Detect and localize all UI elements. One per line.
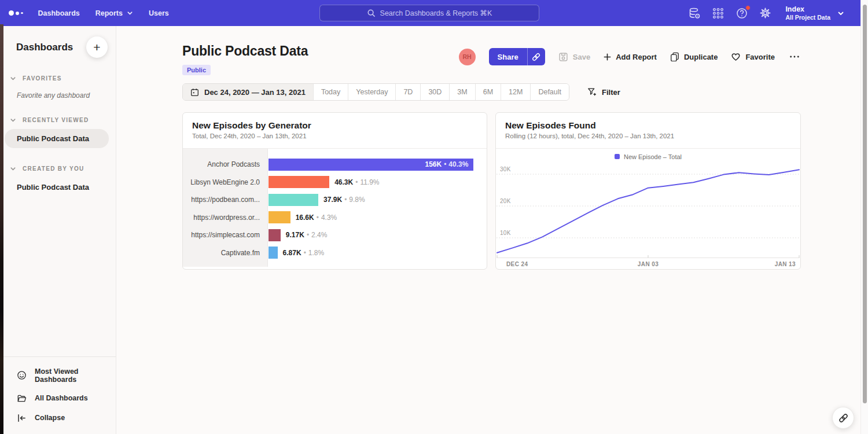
share-link-button[interactable] [527,48,545,65]
favorite-button[interactable]: Favorite [731,52,775,62]
preset-today[interactable]: Today [313,84,348,100]
plus-icon [604,53,611,61]
bar-category-label: https://simplecast.com [183,231,268,239]
notification-dot [745,5,751,10]
preset-3m[interactable]: 3M [449,84,475,100]
preset-30d[interactable]: 30D [420,84,449,100]
nav-link-label: Dashboards [38,9,80,17]
data-sources-icon[interactable] [688,7,701,20]
card-title: New Episodes by Generator [192,120,477,131]
search-input[interactable]: Search Dashboards & Reports ⌘K [319,5,539,21]
bar-track: 37.9K•9.8% [268,194,487,206]
sidebar-item-public-podcast-data[interactable]: Public Podcast Data [5,178,109,197]
bar-segment[interactable] [269,247,278,259]
chevron-down-icon [837,10,844,17]
settings-gear-icon[interactable] [759,7,772,20]
date-toolbar: Dec 24, 2020 — Jan 13, 2021 TodayYesterd… [182,83,801,101]
bar-row: Captivate.fm6.87K•1.8% [183,244,487,262]
public-badge: Public [182,65,211,75]
folder-icon [17,393,27,403]
preset-default[interactable]: Default [530,84,569,100]
add-dashboard-button[interactable]: + [86,36,108,58]
bar-category-label: Anchor Podcasts [183,160,268,168]
chevron-down-icon [10,117,16,123]
scrollbar-thumb[interactable] [863,5,867,403]
bar-segment[interactable] [269,194,318,206]
share-button[interactable]: Share [489,48,527,65]
collapse-icon [17,413,27,423]
footer-item-collapse[interactable]: Collapse [3,408,116,428]
line-chart[interactable]: 30K 20K 10K [496,162,800,258]
bar-category-label: https://wordpress.or... [183,214,268,222]
bar-row: Libsyn WebEngine 2.046.3K•11.9% [183,174,487,192]
sidebar: Dashboards + FAVORITESFavorite any dashb… [3,26,116,434]
preset-6m[interactable]: 6M [475,84,501,100]
nav-link-label: Reports [95,9,123,17]
search-icon [367,9,376,17]
sidebar-item-public-podcast-data[interactable]: Public Podcast Data [5,129,109,148]
nav-link-dashboards[interactable]: Dashboards [38,9,80,17]
bar-chart-card: New Episodes by Generator Total, Dec 24t… [182,112,487,270]
bar-track: 156K•40.3% [268,159,487,171]
chevron-down-icon [10,75,16,82]
save-icon [558,52,568,62]
preset-yesterday[interactable]: Yesterday [348,84,395,100]
nav-link-users[interactable]: Users [149,9,169,17]
section-header-created-by-you[interactable]: CREATED BY YOU [3,165,116,172]
bar-category-label: Captivate.fm [183,249,268,257]
project-switcher[interactable]: Index All Project Data [785,5,844,21]
bar-category-label: Libsyn WebEngine 2.0 [183,178,268,186]
section-header-recently-viewed[interactable]: RECENTLY VIEWED [3,117,116,123]
nav-link-label: Users [149,9,169,17]
date-range-button[interactable]: Dec 24, 2020 — Jan 13, 2021 [183,84,313,100]
line-series [497,170,799,253]
bar-segment[interactable] [269,176,329,188]
nav-link-reports[interactable]: Reports [95,9,133,17]
section-header-favorites[interactable]: FAVORITES [3,75,116,82]
bar-track: 9.17K•2.4% [268,229,487,241]
bar-segment[interactable] [269,211,290,223]
page-actions: RH Share Save [459,48,801,65]
bar-segment[interactable]: 156K•40.3% [269,159,473,171]
bar-chart[interactable]: Anchor Podcasts156K•40.3%Libsyn WebEngin… [183,149,487,269]
x-tick-label: JAN 13 [775,261,796,267]
chevron-down-icon [10,165,16,172]
section-label: CREATED BY YOU [23,165,84,172]
primary-nav: DashboardsReportsUsers [38,9,185,17]
footer-item-most-viewed-dashboards[interactable]: Most Viewed Dashboards [3,362,116,388]
floating-link-button[interactable] [832,407,854,429]
duplicate-button[interactable]: Duplicate [670,52,718,61]
smiley-icon [17,370,27,380]
app-logo[interactable] [9,10,23,16]
filter-button[interactable]: Filter [584,87,624,97]
chevron-down-icon [127,10,133,16]
save-button[interactable]: Save [558,52,590,62]
bar-row: https://podbean.com...37.9K•9.8% [183,191,487,209]
background-strip [0,24,3,434]
line-chart-card: New Episodes Found Rolling (12 hours), t… [495,112,801,270]
avatar[interactable]: RH [459,49,476,65]
card-subtitle: Total, Dec 24th, 2020 – Jan 13th, 2021 [192,133,477,139]
x-tick-label: DEC 24 [506,261,528,267]
bar-track: 16.6K•4.3% [268,211,487,223]
footer-item-all-dashboards[interactable]: All Dashboards [3,388,116,408]
bar-row: Anchor Podcasts156K•40.3% [183,156,487,174]
project-name: Index [785,5,830,14]
x-axis: DEC 24 JAN 03 JAN 13 [496,258,800,269]
bar-segment[interactable] [269,229,281,241]
bar-row: https://simplecast.com9.17K•2.4% [183,226,487,244]
page-title: Public Podcast Data [182,43,308,59]
add-report-button[interactable]: Add Report [604,53,657,61]
apps-grid-icon[interactable] [712,7,724,20]
preset-12m[interactable]: 12M [501,84,530,100]
date-range-control: Dec 24, 2020 — Jan 13, 2021 TodayYesterd… [182,83,569,101]
y-tick-label: 20K [500,198,511,204]
sidebar-footer: Most Viewed DashboardsAll DashboardsColl… [3,356,116,434]
project-scope: All Project Data [785,14,830,21]
preset-7d[interactable]: 7D [395,84,420,100]
more-options-icon[interactable] [788,54,801,59]
main-content: Public Podcast Data Public RH Share [116,26,860,434]
y-tick-label: 10K [500,230,511,236]
help-icon[interactable] [735,7,748,20]
top-navbar: DashboardsReportsUsers Search Dashboards… [0,0,860,26]
